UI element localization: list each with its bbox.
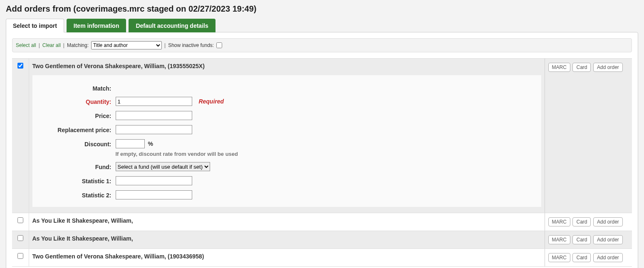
tab-bar: Select to import Item information Defaul…: [6, 19, 638, 32]
discount-hint: If empty, discount rate from vendor will…: [116, 151, 238, 157]
record-title: As You Like It Shakespeare, William,: [32, 235, 133, 242]
add-order-button[interactable]: Add order: [593, 253, 623, 262]
discount-unit: %: [148, 140, 153, 147]
page-title: Add orders from (coverimages.mrc staged …: [6, 4, 638, 14]
select-all-link[interactable]: Select all: [16, 42, 36, 48]
toolbar: Select all | Clear all | Matching: Title…: [12, 38, 632, 52]
matching-select[interactable]: Title and author: [91, 41, 162, 49]
replacement-price-label: Replacement price:: [32, 125, 116, 133]
quantity-label: Quantity:: [32, 97, 116, 105]
main-panel: Select all | Clear all | Matching: Title…: [6, 32, 638, 268]
table-row: As You Like It Shakespeare, William, MAR…: [12, 213, 632, 231]
price-input[interactable]: [116, 111, 192, 120]
show-inactive-checkbox[interactable]: [216, 42, 222, 48]
statistic1-label: Statistic 1:: [32, 176, 116, 184]
record-title: Two Gentlemen of Verona Shakespeare, Wil…: [32, 253, 204, 260]
separator: |: [164, 42, 166, 48]
table-row: Two Gentlemen of Verona Shakespeare, Wil…: [12, 59, 632, 213]
show-inactive-label: Show inactive funds:: [168, 42, 214, 48]
add-order-button[interactable]: Add order: [593, 217, 623, 226]
row-checkbox[interactable]: [17, 253, 23, 259]
table-row: As You Like It Shakespeare, William, MAR…: [12, 231, 632, 249]
card-button[interactable]: Card: [572, 235, 591, 244]
tab-default-accounting[interactable]: Default accounting details: [129, 19, 215, 32]
marc-button[interactable]: MARC: [548, 253, 570, 262]
marc-button[interactable]: MARC: [548, 235, 570, 244]
add-order-button[interactable]: Add order: [593, 235, 623, 244]
card-button[interactable]: Card: [572, 63, 591, 72]
price-label: Price:: [32, 111, 116, 119]
match-label: Match:: [32, 84, 116, 92]
record-title: As You Like It Shakespeare, William,: [32, 217, 133, 224]
row-checkbox[interactable]: [17, 235, 23, 241]
clear-all-link[interactable]: Clear all: [42, 42, 61, 48]
discount-input[interactable]: [116, 139, 145, 148]
marc-button[interactable]: MARC: [548, 217, 570, 226]
required-text: Required: [198, 98, 224, 105]
card-button[interactable]: Card: [572, 217, 591, 226]
separator: |: [39, 42, 40, 48]
record-title: Two Gentlemen of Verona Shakespeare, Wil…: [32, 63, 541, 69]
quantity-input[interactable]: [116, 97, 192, 106]
statistic2-label: Statistic 2:: [32, 190, 116, 199]
marc-button[interactable]: MARC: [548, 63, 570, 72]
table-row: Two Gentlemen of Verona Shakespeare, Wil…: [12, 249, 632, 267]
add-order-button[interactable]: Add order: [593, 63, 623, 72]
separator: |: [63, 42, 64, 48]
statistic1-input[interactable]: [116, 176, 192, 185]
tab-select-to-import[interactable]: Select to import: [6, 19, 64, 32]
matching-label: Matching:: [67, 42, 89, 48]
replacement-price-input[interactable]: [116, 125, 192, 134]
fund-label: Fund:: [32, 162, 116, 170]
discount-label: Discount:: [32, 139, 116, 148]
statistic2-input[interactable]: [116, 190, 192, 199]
record-detail-form: Match: Quantity: Required Price:: [32, 75, 541, 207]
row-checkbox[interactable]: [17, 63, 23, 69]
card-button[interactable]: Card: [572, 253, 591, 262]
records-table: Two Gentlemen of Verona Shakespeare, Wil…: [12, 58, 632, 267]
tab-item-information[interactable]: Item information: [67, 19, 126, 32]
row-checkbox[interactable]: [17, 217, 23, 223]
fund-select[interactable]: Select a fund (will use default if set): [116, 162, 210, 171]
